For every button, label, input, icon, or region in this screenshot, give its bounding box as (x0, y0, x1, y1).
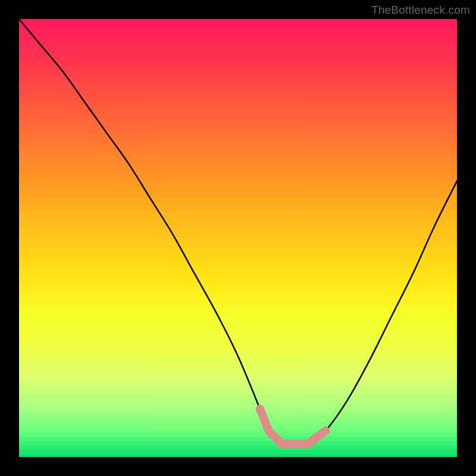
watermark-text: TheBottleneck.com (371, 4, 470, 17)
plot-area (19, 19, 457, 457)
chart-container: TheBottleneck.com (0, 0, 476, 476)
bottleneck-curve-line (19, 19, 457, 445)
valley-flat-marker (260, 409, 325, 444)
chart-svg (19, 19, 457, 457)
